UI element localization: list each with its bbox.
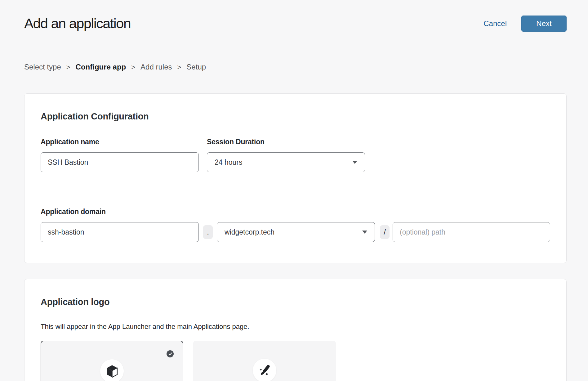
breadcrumb-separator-icon: >	[66, 63, 70, 71]
dot-separator: .	[203, 225, 213, 239]
next-button[interactable]: Next	[521, 16, 567, 32]
logo-card-description: This will appear in the App Launcher and…	[41, 323, 550, 331]
application-configuration-card: Application Configuration Application na…	[24, 93, 567, 263]
application-domain-section: Application domain . widgetcorp.tech /	[41, 208, 550, 242]
application-name-label: Application name	[41, 138, 199, 146]
session-duration-select[interactable]: 24 hours	[207, 152, 365, 172]
logo-option-custom[interactable]	[193, 341, 336, 381]
breadcrumb-item-setup[interactable]: Setup	[186, 63, 206, 71]
application-domain-label: Application domain	[41, 208, 550, 216]
paintbrush-icon	[258, 364, 271, 377]
name-duration-row: Application name Session Duration 24 hou…	[41, 138, 550, 172]
selected-check-badge	[167, 350, 174, 357]
application-name-field-group: Application name	[41, 138, 199, 172]
domain-select-value: widgetcorp.tech	[225, 228, 274, 236]
page-title: Add an application	[24, 16, 131, 32]
header-actions: Cancel Next	[483, 16, 567, 32]
domain-select[interactable]: widgetcorp.tech	[217, 222, 375, 242]
slash-separator: /	[380, 225, 390, 239]
chevron-down-icon	[352, 161, 357, 164]
chevron-down-icon	[362, 231, 367, 234]
session-duration-field-group: Session Duration 24 hours	[207, 138, 365, 172]
logo-card-heading: Application logo	[41, 297, 550, 307]
breadcrumb-item-select-type[interactable]: Select type	[24, 63, 61, 71]
custom-logo-circle	[253, 359, 276, 381]
cube-icon	[106, 365, 118, 378]
application-name-input[interactable]	[41, 152, 199, 172]
application-logo-card: Application logo This will appear in the…	[24, 279, 567, 381]
check-icon	[168, 352, 172, 356]
breadcrumb-separator-icon: >	[131, 63, 135, 71]
add-application-page: Add an application Cancel Next Select ty…	[0, 0, 588, 381]
logo-options	[41, 341, 550, 381]
breadcrumb-item-configure-app[interactable]: Configure app	[76, 63, 126, 71]
path-input[interactable]	[393, 222, 550, 242]
subdomain-input[interactable]	[41, 222, 199, 242]
page-header: Add an application Cancel Next	[24, 16, 567, 32]
logo-option-default[interactable]	[41, 341, 183, 381]
breadcrumb-item-add-rules[interactable]: Add rules	[140, 63, 172, 71]
cancel-button[interactable]: Cancel	[483, 19, 507, 28]
breadcrumb-separator-icon: >	[177, 63, 181, 71]
config-card-heading: Application Configuration	[41, 111, 550, 122]
default-logo-circle	[100, 359, 124, 381]
session-duration-value: 24 hours	[215, 158, 243, 167]
application-domain-row: . widgetcorp.tech /	[41, 222, 550, 242]
breadcrumb: Select type > Configure app > Add rules …	[24, 63, 567, 71]
session-duration-label: Session Duration	[207, 138, 365, 146]
